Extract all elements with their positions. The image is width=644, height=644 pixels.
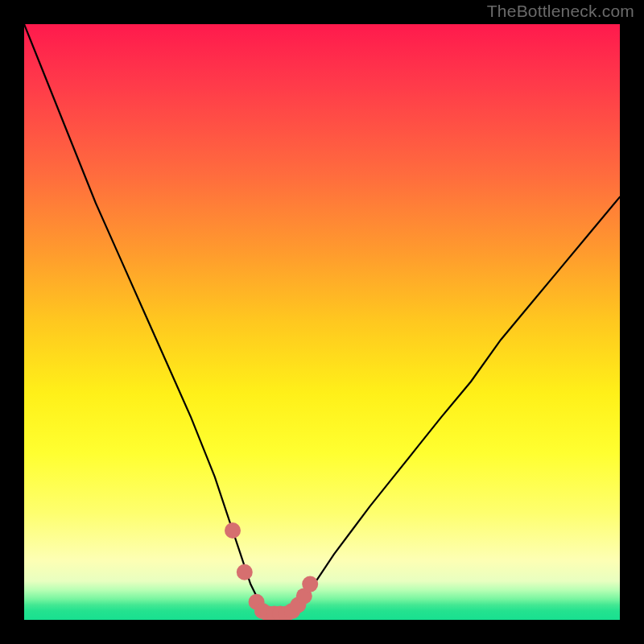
curve-marker <box>225 522 241 539</box>
curve-marker <box>237 564 253 580</box>
watermark-text: TheBottleneck.com <box>487 2 634 21</box>
chart-frame: TheBottleneck.com <box>0 0 644 644</box>
curve-layer <box>24 24 620 620</box>
plot-area <box>24 24 620 620</box>
curve-marker <box>302 576 318 592</box>
marker-group <box>225 522 318 620</box>
bottleneck-curve <box>24 24 620 617</box>
